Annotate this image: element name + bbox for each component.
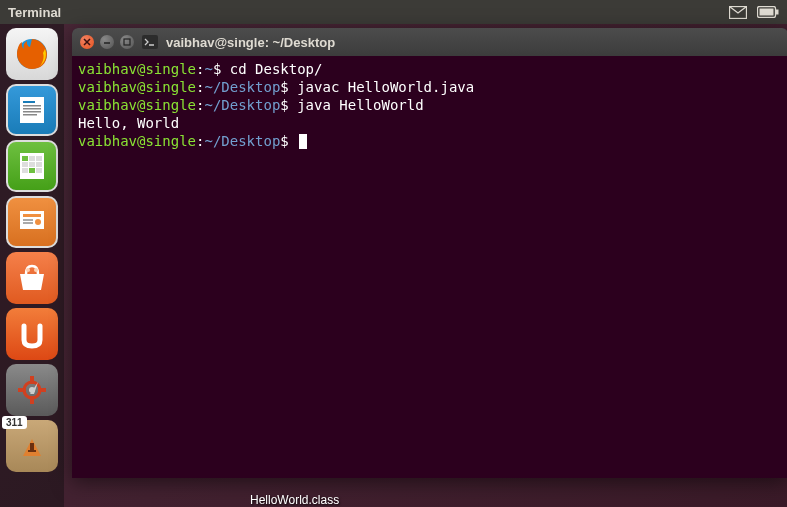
launcher-item-writer[interactable] bbox=[6, 84, 58, 136]
minimize-button[interactable] bbox=[100, 35, 114, 49]
battery-icon[interactable] bbox=[757, 6, 779, 18]
svg-rect-35 bbox=[28, 450, 36, 452]
desktop-file-label[interactable]: HelloWorld.class bbox=[250, 493, 339, 507]
window-titlebar[interactable]: vaibhav@single: ~/Desktop bbox=[72, 28, 787, 56]
svg-rect-5 bbox=[20, 97, 44, 123]
prompt-path: ~ bbox=[204, 61, 212, 77]
svg-rect-14 bbox=[36, 156, 42, 161]
svg-rect-9 bbox=[23, 111, 41, 113]
terminal-window: vaibhav@single: ~/Desktop vaibhav@single… bbox=[72, 28, 787, 478]
svg-rect-31 bbox=[18, 388, 26, 392]
launcher-badge: 311 bbox=[2, 416, 27, 429]
svg-rect-19 bbox=[29, 168, 35, 173]
svg-rect-36 bbox=[124, 39, 130, 45]
svg-rect-29 bbox=[30, 376, 34, 384]
launcher-item-firefox[interactable] bbox=[6, 28, 58, 80]
cursor-icon bbox=[299, 134, 307, 149]
terminal-icon bbox=[142, 34, 158, 50]
launcher-item-impress[interactable] bbox=[6, 196, 58, 248]
launcher-item-software-center[interactable] bbox=[6, 252, 58, 304]
prompt-user: vaibhav@single bbox=[78, 133, 196, 149]
terminal-body[interactable]: vaibhav@single:~$ cd Desktop/ vaibhav@si… bbox=[72, 56, 787, 154]
prompt-dollar: $ bbox=[213, 61, 230, 77]
svg-rect-30 bbox=[30, 396, 34, 404]
svg-point-27 bbox=[34, 268, 38, 272]
launcher-item-trash[interactable]: 311 bbox=[6, 420, 58, 472]
svg-rect-8 bbox=[23, 108, 41, 110]
svg-rect-20 bbox=[36, 168, 42, 173]
terminal-line: vaibhav@single:~/Desktop$ javac HelloWor… bbox=[78, 78, 782, 96]
prompt-dollar: $ bbox=[280, 97, 297, 113]
svg-point-33 bbox=[29, 387, 35, 393]
window-controls bbox=[80, 35, 134, 49]
launcher-item-calc[interactable] bbox=[6, 140, 58, 192]
svg-rect-22 bbox=[23, 214, 41, 217]
prompt-user: vaibhav@single bbox=[78, 79, 196, 95]
terminal-line: vaibhav@single:~$ cd Desktop/ bbox=[78, 60, 782, 78]
prompt-user: vaibhav@single bbox=[78, 61, 196, 77]
terminal-output: Hello, World bbox=[78, 114, 782, 132]
svg-rect-17 bbox=[36, 162, 42, 167]
svg-rect-34 bbox=[30, 443, 34, 450]
mail-icon[interactable] bbox=[729, 6, 747, 19]
svg-rect-32 bbox=[38, 388, 46, 392]
svg-rect-7 bbox=[23, 105, 41, 107]
svg-rect-6 bbox=[23, 101, 35, 103]
svg-rect-2 bbox=[776, 10, 779, 15]
launcher-item-settings[interactable] bbox=[6, 364, 58, 416]
svg-rect-16 bbox=[29, 162, 35, 167]
launcher-item-ubuntu-one[interactable] bbox=[6, 308, 58, 360]
close-button[interactable] bbox=[80, 35, 94, 49]
terminal-line: vaibhav@single:~/Desktop$ java HelloWorl… bbox=[78, 96, 782, 114]
indicator-area bbox=[729, 6, 779, 19]
command-text: java HelloWorld bbox=[297, 97, 423, 113]
command-text: javac HelloWorld.java bbox=[297, 79, 474, 95]
svg-rect-15 bbox=[22, 162, 28, 167]
svg-rect-24 bbox=[23, 222, 33, 224]
svg-rect-3 bbox=[760, 9, 774, 16]
prompt-path: ~/Desktop bbox=[204, 97, 280, 113]
prompt-user: vaibhav@single bbox=[78, 97, 196, 113]
terminal-line: vaibhav@single:~/Desktop$ bbox=[78, 132, 782, 150]
prompt-path: ~/Desktop bbox=[204, 79, 280, 95]
svg-rect-37 bbox=[142, 35, 158, 49]
active-app-title: Terminal bbox=[8, 5, 729, 20]
svg-point-25 bbox=[35, 219, 41, 225]
svg-rect-13 bbox=[29, 156, 35, 161]
svg-rect-12 bbox=[22, 156, 28, 161]
svg-point-26 bbox=[26, 268, 30, 272]
window-title: vaibhav@single: ~/Desktop bbox=[166, 35, 335, 50]
prompt-dollar: $ bbox=[280, 133, 297, 149]
svg-rect-18 bbox=[22, 168, 28, 173]
prompt-path: ~/Desktop bbox=[204, 133, 280, 149]
svg-rect-23 bbox=[23, 219, 33, 221]
top-panel: Terminal bbox=[0, 0, 787, 24]
launcher: 311 bbox=[0, 24, 64, 507]
command-text: cd Desktop/ bbox=[230, 61, 323, 77]
maximize-button[interactable] bbox=[120, 35, 134, 49]
svg-rect-10 bbox=[23, 114, 37, 116]
prompt-dollar: $ bbox=[280, 79, 297, 95]
